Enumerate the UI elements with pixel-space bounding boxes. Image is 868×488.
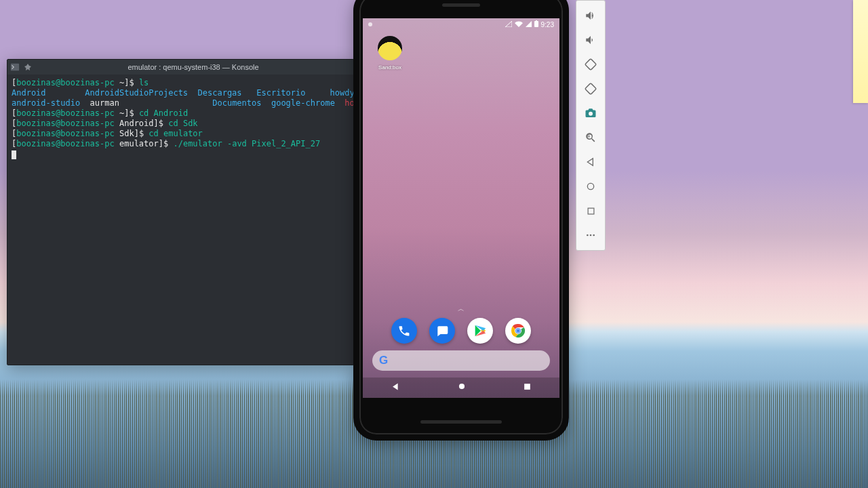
signal-empty-icon xyxy=(505,21,512,28)
svg-rect-1 xyxy=(534,21,538,27)
svg-rect-10 xyxy=(585,83,597,95)
google-logo-icon: G xyxy=(379,354,388,367)
back-icon[interactable] xyxy=(580,151,601,173)
dock-app-chrome[interactable] xyxy=(505,318,531,344)
volume-up-icon[interactable] xyxy=(580,5,601,26)
google-search-bar[interactable]: G xyxy=(372,350,550,371)
emulator-toolbar xyxy=(576,0,606,251)
svg-point-14 xyxy=(590,235,592,237)
status-bar[interactable]: 9:23 xyxy=(363,18,559,30)
app-label: Sand:box xyxy=(378,64,401,70)
zoom-icon[interactable] xyxy=(580,127,601,148)
status-indicator-icon xyxy=(368,22,372,26)
app-icon xyxy=(378,36,402,60)
dock-app-play-store[interactable] xyxy=(467,318,493,344)
screenshot-icon[interactable] xyxy=(580,102,601,124)
app-drawer-handle[interactable]: ︿ xyxy=(363,304,559,314)
cell-signal-icon xyxy=(526,21,532,28)
pin-icon[interactable] xyxy=(24,63,32,71)
phone-speaker xyxy=(442,3,480,7)
svg-rect-8 xyxy=(524,384,530,390)
homescreen-app[interactable]: Sand:box xyxy=(371,36,409,70)
terminal-cursor xyxy=(12,150,16,159)
android-emulator[interactable]: 9:23 Sand:box ︿ xyxy=(353,0,569,441)
home-icon[interactable] xyxy=(580,176,601,197)
clock-time: 9:23 xyxy=(541,21,554,28)
dock xyxy=(363,318,559,344)
svg-rect-12 xyxy=(588,208,594,214)
dock-app-phone[interactable] xyxy=(391,318,417,344)
overview-icon[interactable] xyxy=(580,200,601,222)
konsole-titlebar[interactable]: emulator : qemu-system-i38 — Konsole xyxy=(7,60,353,75)
svg-point-7 xyxy=(459,384,465,389)
svg-point-11 xyxy=(587,183,593,189)
svg-point-13 xyxy=(587,235,589,237)
battery-icon xyxy=(534,20,538,28)
rotate-left-icon[interactable] xyxy=(580,54,601,75)
terminal-output[interactable]: [boozinas@boozinas-pc ~]$ ls Android And… xyxy=(7,75,353,365)
terminal-icon xyxy=(10,62,20,72)
android-navbar xyxy=(363,378,559,398)
konsole-title: emulator : qemu-system-i38 — Konsole xyxy=(127,63,258,71)
sticky-note xyxy=(853,0,868,103)
nav-back-button[interactable] xyxy=(391,382,401,394)
nav-home-button[interactable] xyxy=(457,382,467,394)
dock-app-messages[interactable] xyxy=(429,318,455,344)
svg-rect-9 xyxy=(585,59,597,70)
konsole-window[interactable]: emulator : qemu-system-i38 — Konsole [bo… xyxy=(7,59,354,365)
rotate-right-icon[interactable] xyxy=(580,78,601,100)
more-icon[interactable] xyxy=(580,224,601,246)
svg-rect-2 xyxy=(536,20,537,22)
svg-point-15 xyxy=(593,235,595,237)
android-screen[interactable]: 9:23 Sand:box ︿ xyxy=(363,18,559,398)
wifi-icon xyxy=(515,21,523,28)
svg-rect-0 xyxy=(11,64,19,71)
nav-overview-button[interactable] xyxy=(523,382,532,394)
volume-down-icon[interactable] xyxy=(580,29,601,51)
svg-point-6 xyxy=(517,329,520,333)
phone-chin xyxy=(420,420,502,424)
